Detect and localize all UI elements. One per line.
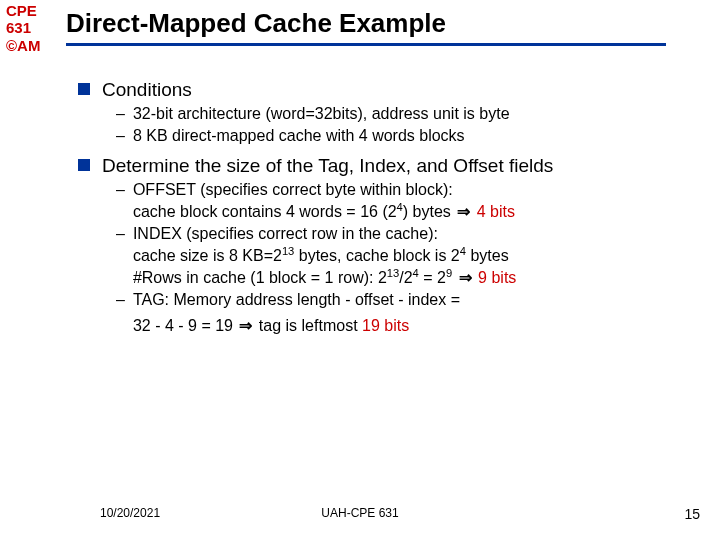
- side-line-2: 631: [6, 19, 48, 36]
- index-line1: INDEX (specifies correct row in the cach…: [133, 225, 438, 242]
- page-title: Direct-Mapped Cache Example: [66, 8, 690, 41]
- title-rule: [66, 43, 666, 46]
- slide: CPE 631 ©AM Direct-Mapped Cache Example …: [0, 0, 720, 540]
- cond-arch-text: 32-bit architecture (word=32bits), addre…: [133, 104, 510, 124]
- cond-cache: – 8 KB direct-mapped cache with 4 words …: [116, 126, 682, 146]
- title-block: Direct-Mapped Cache Example: [66, 8, 690, 46]
- index-item: – INDEX (specifies correct row in the ca…: [116, 224, 682, 289]
- conditions-sublist: – 32-bit architecture (word=32bits), add…: [116, 104, 682, 146]
- content: Conditions – 32-bit architecture (word=3…: [78, 72, 682, 344]
- square-bullet-icon: [78, 159, 90, 171]
- offset-line1: OFFSET (specifies correct byte within bl…: [133, 181, 453, 198]
- bullet-text: Determine the size of the Tag, Index, an…: [102, 154, 553, 178]
- footer: 10/20/2021 UAH-CPE 631 15: [0, 506, 720, 526]
- side-line-3: ©AM: [6, 37, 48, 54]
- cond-arch: – 32-bit architecture (word=32bits), add…: [116, 104, 682, 124]
- index-line3a: #Rows in cache (1 block = 1 row): 2: [133, 269, 387, 286]
- square-bullet-icon: [78, 83, 90, 95]
- bullet-determine: Determine the size of the Tag, Index, an…: [78, 154, 682, 178]
- footer-page: 15: [684, 506, 700, 522]
- dash-icon: –: [116, 126, 125, 146]
- dash-icon: –: [116, 104, 125, 124]
- tag-line2a: 32 - 4 - 9 = 19: [133, 317, 238, 334]
- spacer: [133, 310, 460, 316]
- index-line2c: bytes: [466, 247, 509, 264]
- index-line2a: cache size is 8 KB=2: [133, 247, 282, 264]
- arrow-icon: ⇒: [237, 317, 254, 334]
- tag-item: – TAG: Memory address length - offset - …: [116, 290, 682, 336]
- dash-icon: –: [116, 180, 125, 200]
- dash-icon: –: [116, 224, 125, 244]
- tag-line2b: tag is leftmost: [254, 317, 362, 334]
- arrow-icon: ⇒: [457, 269, 474, 286]
- index-bits: 9 bits: [474, 269, 517, 286]
- tag-bits: 19 bits: [362, 317, 409, 334]
- index-line3d: [452, 269, 456, 286]
- footer-course: UAH-CPE 631: [0, 506, 720, 520]
- index-line3b: /2: [399, 269, 412, 286]
- determine-sublist: – OFFSET (specifies correct byte within …: [116, 180, 682, 337]
- offset-bits: 4 bits: [472, 203, 515, 220]
- offset-line2a: cache block contains 4 words = 16 (2: [133, 203, 397, 220]
- tag-line1: TAG: Memory address length - offset - in…: [133, 291, 460, 308]
- bullet-conditions: Conditions: [78, 78, 682, 102]
- index-text: INDEX (specifies correct row in the cach…: [133, 224, 516, 289]
- cond-cache-text: 8 KB direct-mapped cache with 4 words bl…: [133, 126, 465, 146]
- index-sup13b: 13: [387, 267, 399, 279]
- arrow-icon: ⇒: [455, 203, 472, 220]
- bullet-text: Conditions: [102, 78, 192, 102]
- index-sup13a: 13: [282, 245, 294, 257]
- dash-icon: –: [116, 290, 125, 310]
- side-label: CPE 631 ©AM: [6, 2, 48, 54]
- offset-item: – OFFSET (specifies correct byte within …: [116, 180, 682, 222]
- offset-line2b: ) bytes: [403, 203, 455, 220]
- side-line-1: CPE: [6, 2, 48, 19]
- index-line3c: = 2: [419, 269, 446, 286]
- offset-text: OFFSET (specifies correct byte within bl…: [133, 180, 515, 222]
- tag-text: TAG: Memory address length - offset - in…: [133, 290, 460, 336]
- index-line2b: bytes, cache block is 2: [294, 247, 459, 264]
